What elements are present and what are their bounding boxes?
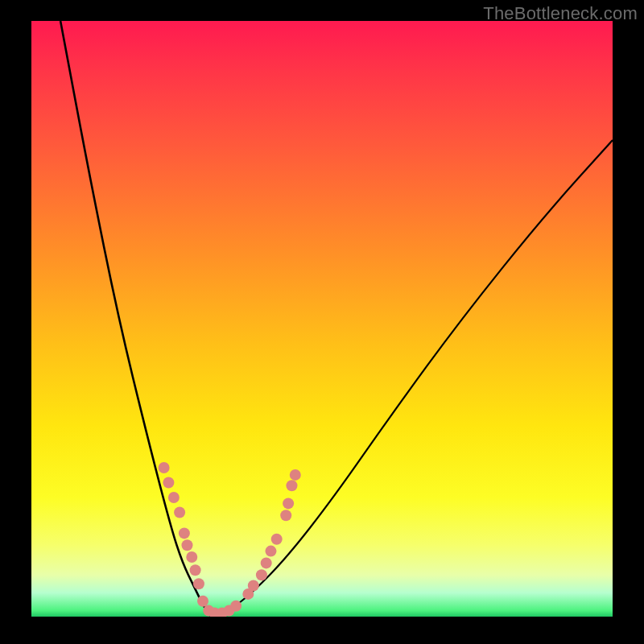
marker-dot xyxy=(159,462,170,473)
markers xyxy=(159,462,301,617)
marker-dot xyxy=(248,580,259,592)
marker-dot xyxy=(286,480,297,491)
marker-dot xyxy=(193,578,204,589)
marker-dot xyxy=(208,608,220,617)
right-curve xyxy=(212,140,613,617)
plot-area xyxy=(31,21,613,617)
marker-dot xyxy=(290,469,301,481)
marker-dot xyxy=(265,546,276,557)
marker-dot xyxy=(242,588,254,600)
marker-dot xyxy=(174,507,185,518)
left-curve xyxy=(60,21,212,617)
curves-svg xyxy=(31,21,613,617)
marker-dot xyxy=(280,510,291,521)
marker-dot xyxy=(190,564,201,576)
marker-dot xyxy=(168,492,180,503)
marker-dot xyxy=(163,477,174,489)
marker-dot xyxy=(179,527,190,539)
marker-dot xyxy=(217,608,228,617)
marker-dot xyxy=(203,605,214,617)
marker-dot xyxy=(261,557,272,568)
marker-dot xyxy=(223,605,234,617)
marker-dot xyxy=(230,601,242,612)
marker-dot xyxy=(283,497,294,509)
marker-dot xyxy=(186,551,197,563)
marker-dot xyxy=(197,596,208,607)
marker-dot xyxy=(181,539,192,551)
marker-dot xyxy=(256,569,267,580)
marker-dot xyxy=(271,534,283,545)
chart-frame: TheBottleneck.com xyxy=(0,0,644,644)
